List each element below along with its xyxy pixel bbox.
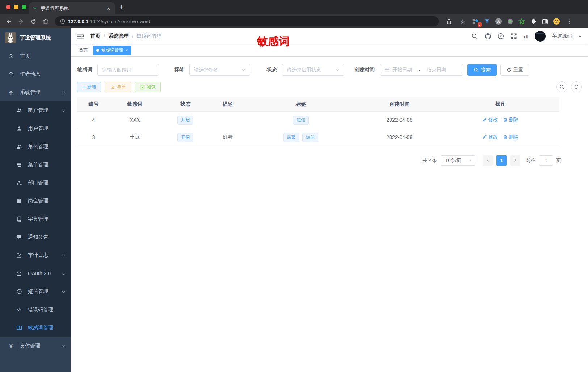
cell-desc: 好呀: [211, 129, 244, 146]
refresh-button[interactable]: [571, 81, 582, 92]
trash-icon: [503, 135, 508, 139]
browser-tab[interactable]: 芋道管理系统 ×: [29, 2, 115, 14]
sidebar-item-notice[interactable]: 通知公告: [0, 228, 71, 246]
window-minimize-button[interactable]: [14, 5, 18, 9]
window-zoom-button[interactable]: [22, 5, 26, 9]
help-icon[interactable]: ?: [497, 33, 504, 40]
export-button[interactable]: 导出: [105, 82, 131, 92]
status-select[interactable]: 请选择启用状态: [282, 64, 344, 76]
app-logo[interactable]: 芋道管理系统: [0, 28, 71, 47]
sidebar-item-sensitive-word[interactable]: 敏感词管理: [0, 319, 71, 337]
bookmark-star-icon[interactable]: ☆: [458, 16, 468, 26]
sidebar-collapse-icon[interactable]: [76, 32, 84, 40]
fullscreen-icon[interactable]: [511, 33, 517, 40]
date-range-picker[interactable]: 开始日期 - 结束日期: [380, 64, 463, 76]
sidebar-item-label: 通知公告: [28, 234, 66, 241]
breadcrumb-system[interactable]: 系统管理: [108, 33, 129, 39]
sidebar-item-sms[interactable]: 短信管理: [0, 283, 71, 301]
github-icon[interactable]: [484, 33, 491, 40]
search-button[interactable]: 搜索: [467, 64, 497, 76]
sidebar-item-system[interactable]: ⚙ 系统管理: [0, 83, 71, 101]
sidebar-item-label: 菜单管理: [28, 162, 66, 168]
forward-icon[interactable]: [16, 16, 26, 26]
tab-close-icon[interactable]: ×: [105, 5, 112, 12]
extensions-puzzle-icon[interactable]: [529, 17, 537, 25]
username: 芋道源码: [552, 33, 572, 39]
top-navbar: 首页 / 系统管理 / 敏感词管理 ? тT: [71, 28, 588, 44]
chevron-down-icon: [62, 109, 66, 113]
comment-icon: [16, 234, 22, 241]
sidebar-item-author-news[interactable]: 作者动态: [0, 65, 71, 83]
test-button[interactable]: 测试: [135, 82, 161, 92]
back-icon[interactable]: [4, 16, 14, 26]
url-bar[interactable]: 127.0.0.1:1024/system/sensitive-word: [55, 16, 439, 26]
sidebar-item-user[interactable]: 用户管理: [0, 120, 71, 138]
keyword-input[interactable]: [102, 67, 154, 73]
next-page-button[interactable]: [510, 155, 520, 166]
tag-select[interactable]: 请选择标签: [189, 64, 250, 76]
user-avatar[interactable]: [535, 31, 546, 42]
edit-link[interactable]: 修改: [482, 117, 498, 123]
share-icon[interactable]: [444, 16, 454, 26]
robot-face-icon: [16, 271, 22, 277]
new-tab-button[interactable]: +: [119, 4, 124, 11]
sidebar-item-dict[interactable]: 字典管理: [0, 210, 71, 228]
reset-button[interactable]: 重置: [500, 64, 529, 76]
goto-page-input[interactable]: [539, 155, 553, 166]
tag-badge: 短信: [293, 116, 309, 125]
browser-menu-icon[interactable]: ⋮: [564, 16, 574, 26]
breadcrumb-home[interactable]: 首页: [90, 33, 100, 39]
home-icon[interactable]: [41, 16, 51, 26]
add-button[interactable]: + 新增: [77, 82, 101, 92]
side-panel-icon[interactable]: [541, 17, 549, 25]
prev-page-button[interactable]: [483, 155, 493, 166]
font-size-icon[interactable]: тT: [524, 33, 529, 39]
tag-sensitive-word[interactable]: 敏感词管理 ×: [93, 46, 131, 55]
sidebar-item-audit-log[interactable]: 审计日志: [0, 246, 71, 264]
tag-close-icon[interactable]: ×: [125, 48, 128, 53]
sidebar-item-oauth[interactable]: OAuth 2.0: [0, 264, 71, 283]
status-label: 状态: [267, 67, 277, 73]
search-toggle-button[interactable]: [556, 81, 567, 92]
chevron-down-icon: [62, 254, 66, 258]
delete-link[interactable]: 删除: [503, 134, 518, 141]
extension-recorder-icon[interactable]: [506, 17, 514, 25]
delete-link[interactable]: 删除: [503, 117, 518, 123]
sidebar-item-label: 短信管理: [28, 288, 56, 295]
sidebar-item-role[interactable]: 角色管理: [0, 138, 71, 156]
window-controls[interactable]: [6, 5, 26, 9]
extension-devtools-icon[interactable]: 9: [471, 17, 479, 25]
site-info-icon[interactable]: [60, 19, 65, 24]
page-number-current[interactable]: 1: [496, 155, 507, 166]
sidebar-item-home[interactable]: 首页: [0, 47, 71, 65]
dashboard-icon: [8, 53, 14, 59]
sidebar-item-dept[interactable]: 部门管理: [0, 174, 71, 192]
robot-face-icon: [8, 71, 14, 78]
extension-filter-icon[interactable]: [483, 17, 491, 25]
extension-star-icon[interactable]: [518, 17, 526, 25]
chevron-down-icon[interactable]: [578, 34, 582, 38]
window-close-button[interactable]: [6, 5, 10, 9]
sidebar-item-tenant[interactable]: 租户管理: [0, 101, 71, 120]
col-tags: 标签: [244, 97, 357, 111]
table-toolbar: + 新增 导出 测试: [77, 81, 559, 92]
chevron-down-icon: [335, 68, 340, 72]
page-size-select[interactable]: 10条/页: [441, 155, 475, 166]
edit-note-icon: [16, 252, 22, 259]
yen-icon: ¥: [8, 343, 14, 349]
tree-list-icon: [16, 162, 22, 168]
extension-command-icon[interactable]: ⌘: [495, 17, 503, 25]
reload-icon[interactable]: [28, 16, 38, 26]
sidebar-item-payment[interactable]: ¥ 支付管理: [0, 337, 71, 355]
sidebar-item-error-code[interactable]: </> 错误码管理: [0, 301, 71, 319]
cell-created: 2022-04-08: [357, 129, 442, 146]
search-icon[interactable]: [471, 33, 478, 40]
id-badge-icon: [16, 198, 22, 204]
sidebar-item-post[interactable]: 岗位管理: [0, 192, 71, 210]
profile-avatar-icon[interactable]: [553, 17, 560, 25]
edit-link[interactable]: 修改: [482, 134, 498, 141]
sidebar-item-menu[interactable]: 菜单管理: [0, 156, 71, 174]
page-unit-label: 页: [556, 157, 561, 164]
document-check-icon: [140, 85, 145, 89]
tag-home[interactable]: 首页: [76, 46, 91, 55]
